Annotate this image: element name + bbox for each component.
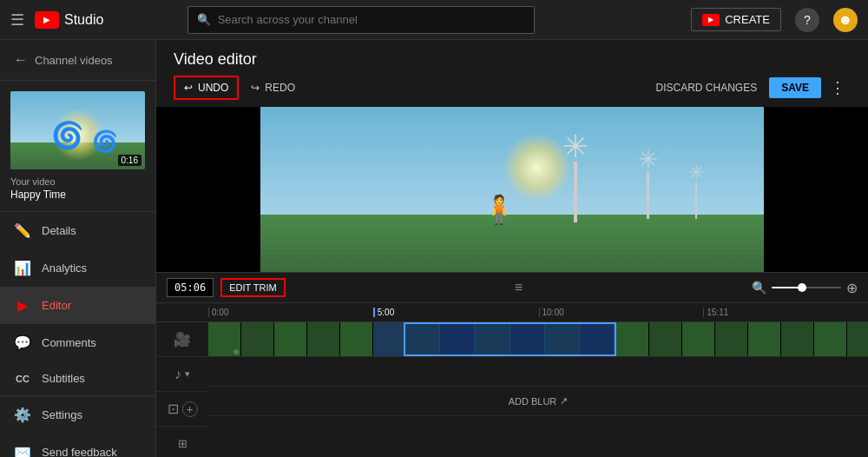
film-frame bbox=[649, 322, 682, 356]
audio-chevron[interactable]: ▾ bbox=[185, 368, 190, 380]
editor-icon: ▶ bbox=[14, 297, 31, 314]
grid-icon: ⊞ bbox=[178, 437, 187, 450]
help-icon[interactable]: ? bbox=[795, 8, 819, 32]
top-bar: ☰ Studio 🔍 ▶ CREATE ? ☻ bbox=[0, 0, 868, 40]
blur-add-icon[interactable]: + bbox=[182, 401, 198, 417]
zoom-in-icon[interactable]: ⊕ bbox=[846, 280, 858, 296]
film-frame bbox=[748, 322, 781, 356]
video-title: Happy Time bbox=[10, 189, 145, 201]
sidebar-bottom: ⚙️ Settings ✉️ Send feedback 🎬 Creator S… bbox=[0, 395, 155, 457]
sidebar-item-analytics[interactable]: 📊 Analytics bbox=[0, 249, 155, 287]
add-blur-label[interactable]: ADD BLUR ↗ bbox=[509, 395, 569, 407]
video-thumbnail[interactable]: 🌀 🌀 0:16 bbox=[10, 91, 145, 169]
video-track-icon: 🎥 bbox=[156, 322, 208, 357]
subtitle-track bbox=[208, 416, 868, 446]
external-link-icon: ↗ bbox=[560, 395, 568, 407]
discard-button[interactable]: DISCARD CHANGES bbox=[648, 77, 766, 98]
track-icons: 🎥 ♪ ▾ ⊡ + ⊞ bbox=[156, 322, 208, 457]
ruler-mark-15: 15:11 bbox=[703, 308, 868, 317]
sidebar-item-feedback[interactable]: ✉️ Send feedback bbox=[0, 434, 155, 457]
blur-track: ADD BLUR ↗ bbox=[208, 387, 868, 416]
save-button[interactable]: SAVE bbox=[769, 77, 821, 98]
top-bar-right: ▶ CREATE ? ☻ bbox=[691, 8, 858, 32]
film-frame bbox=[373, 322, 404, 356]
blur-icon: ⊡ bbox=[168, 401, 179, 417]
main-layout: ← Channel videos 🌀 🌀 0:16 Your video Hap… bbox=[0, 40, 868, 457]
playhead bbox=[404, 322, 405, 356]
analytics-icon: 📊 bbox=[14, 260, 31, 276]
menu-lines-icon: ≡ bbox=[515, 280, 523, 295]
zoom-slider[interactable] bbox=[772, 287, 841, 288]
timeline-ruler: 0:00 5:00 10:00 15:11 bbox=[156, 303, 868, 322]
video-track[interactable] bbox=[208, 322, 868, 357]
search-icon: 🔍 bbox=[197, 13, 211, 26]
logo-area: Studio bbox=[35, 11, 103, 29]
sidebar: ← Channel videos 🌀 🌀 0:16 Your video Hap… bbox=[0, 40, 156, 457]
film-frame-selected bbox=[510, 324, 545, 354]
back-icon: ← bbox=[14, 52, 28, 68]
sidebar-item-details[interactable]: ✏️ Details bbox=[0, 212, 155, 249]
sidebar-item-settings[interactable]: ⚙️ Settings bbox=[0, 396, 155, 434]
search-input[interactable] bbox=[218, 13, 525, 26]
hamburger-icon[interactable]: ☰ bbox=[10, 10, 24, 30]
film-frame bbox=[340, 322, 373, 356]
editor-toolbar: ↩ UNDO ↪ REDO DISCARD CHANGES SAVE ⋮ bbox=[174, 76, 851, 100]
sidebar-item-comments[interactable]: 💬 Comments bbox=[0, 324, 155, 361]
timeline-center: ≡ bbox=[293, 280, 745, 295]
track-content-area: ADD BLUR ↗ bbox=[208, 322, 868, 457]
subtitles-icon: CC bbox=[14, 374, 31, 384]
sidebar-item-subtitles[interactable]: CC Subtitles bbox=[0, 361, 155, 395]
editor-header: Video editor ↩ UNDO ↪ REDO DISCARD CHANG… bbox=[156, 40, 868, 107]
sidebar-item-editor[interactable]: ▶ Editor bbox=[0, 287, 155, 324]
film-frame bbox=[814, 322, 847, 356]
editor-title: Video editor bbox=[174, 50, 851, 69]
blur-track-icon: ⊡ + bbox=[156, 392, 208, 427]
ruler-mark-0: 0:00 bbox=[208, 308, 373, 317]
comments-icon: 💬 bbox=[14, 334, 31, 351]
subtitle-track-icon: ⊞ bbox=[156, 427, 208, 457]
timeline-area: 05:06 EDIT TRIM ≡ 🔍 ⊕ 0:00 5:00 bbox=[156, 272, 868, 457]
undo-button[interactable]: ↩ UNDO bbox=[174, 76, 239, 100]
film-frame bbox=[781, 322, 814, 356]
video-label: Your video bbox=[10, 169, 145, 189]
redo-icon: ↪ bbox=[251, 82, 260, 94]
create-button[interactable]: ▶ CREATE bbox=[691, 8, 781, 31]
film-frame bbox=[208, 322, 241, 356]
settings-icon: ⚙️ bbox=[14, 407, 31, 423]
undo-icon: ↩ bbox=[184, 82, 193, 94]
search-bar: 🔍 bbox=[187, 6, 535, 34]
timeline-controls: 05:06 EDIT TRIM ≡ 🔍 ⊕ bbox=[156, 273, 868, 303]
film-frame bbox=[307, 322, 340, 356]
studio-label: Studio bbox=[64, 12, 103, 28]
film-frame bbox=[682, 322, 715, 356]
film-frame bbox=[241, 322, 274, 356]
create-btn-icon: ▶ bbox=[702, 14, 720, 26]
more-options-button[interactable]: ⋮ bbox=[825, 78, 851, 97]
nav-items: ✏️ Details 📊 Analytics ▶ Editor 💬 Commen… bbox=[0, 212, 155, 395]
music-icon: ♪ bbox=[174, 367, 181, 382]
feedback-icon: ✉️ bbox=[14, 444, 31, 457]
video-frame: ✳ ✳ ✳ 🧍 bbox=[260, 107, 764, 272]
youtube-logo bbox=[35, 11, 59, 29]
film-frame-selected bbox=[405, 324, 440, 354]
video-preview: ✳ ✳ ✳ 🧍 bbox=[156, 107, 868, 272]
edit-trim-button[interactable]: EDIT TRIM bbox=[220, 278, 286, 297]
ruler-mark-5: 5:00 bbox=[373, 308, 539, 317]
zoom-out-icon[interactable]: 🔍 bbox=[752, 281, 766, 295]
redo-button[interactable]: ↪ REDO bbox=[242, 77, 304, 98]
timeline-tracks: 🎥 ♪ ▾ ⊡ + ⊞ bbox=[156, 322, 868, 457]
video-thumbnail-area: 🌀 🌀 0:16 Your video Happy Time bbox=[0, 81, 155, 212]
film-frame bbox=[847, 322, 868, 356]
ruler-mark-10: 10:00 bbox=[539, 308, 704, 317]
film-frame bbox=[274, 322, 307, 356]
audio-track bbox=[208, 357, 868, 387]
time-display: 05:06 bbox=[167, 278, 214, 297]
zoom-handle[interactable] bbox=[798, 283, 806, 292]
camera-icon: 🎥 bbox=[174, 331, 191, 348]
zoom-area: 🔍 ⊕ bbox=[752, 280, 858, 296]
account-avatar[interactable]: ☻ bbox=[833, 8, 858, 32]
film-frame-selected bbox=[545, 324, 580, 354]
details-icon: ✏️ bbox=[14, 222, 31, 239]
film-frame bbox=[715, 322, 748, 356]
back-button[interactable]: ← Channel videos bbox=[0, 40, 155, 81]
